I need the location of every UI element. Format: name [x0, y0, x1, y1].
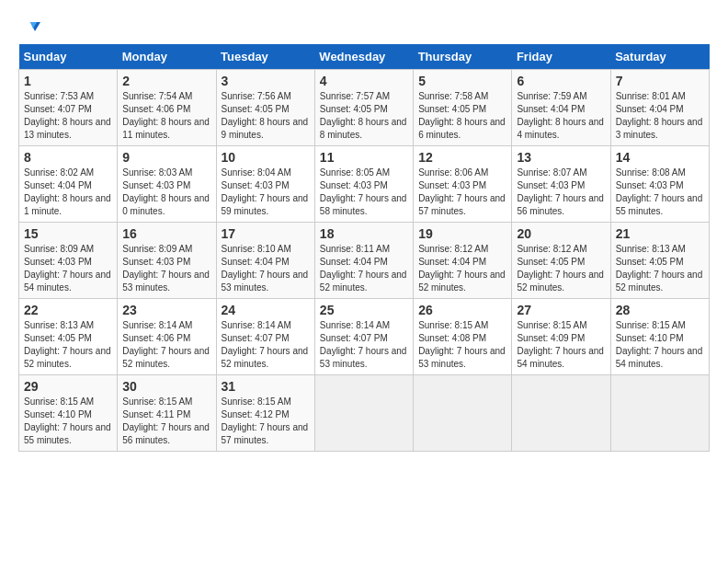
- day-number: 20: [517, 226, 605, 241]
- day-info: Sunrise: 8:05 AMSunset: 4:03 PMDaylight:…: [320, 167, 407, 216]
- weekday-header-friday: Friday: [512, 44, 610, 70]
- weekday-header-tuesday: Tuesday: [216, 44, 314, 70]
- day-info: Sunrise: 8:09 AMSunset: 4:03 PMDaylight:…: [24, 244, 111, 293]
- day-number: 21: [616, 226, 704, 241]
- calendar-cell: 28 Sunrise: 8:15 AMSunset: 4:10 PMDaylig…: [610, 299, 709, 375]
- day-info: Sunrise: 8:04 AMSunset: 4:03 PMDaylight:…: [222, 167, 309, 216]
- weekday-header-thursday: Thursday: [414, 44, 512, 70]
- calendar-week-row: 8 Sunrise: 8:02 AMSunset: 4:04 PMDayligh…: [19, 146, 710, 223]
- calendar-cell: 26 Sunrise: 8:15 AMSunset: 4:08 PMDaylig…: [414, 299, 512, 375]
- calendar-cell: 10 Sunrise: 8:04 AMSunset: 4:03 PMDaylig…: [216, 146, 314, 223]
- calendar-cell: [610, 375, 709, 452]
- day-number: 19: [418, 226, 506, 241]
- day-info: Sunrise: 8:10 AMSunset: 4:04 PMDaylight:…: [222, 244, 309, 293]
- calendar-cell: 23 Sunrise: 8:14 AMSunset: 4:06 PMDaylig…: [118, 299, 216, 375]
- day-number: 27: [517, 303, 605, 317]
- day-info: Sunrise: 8:07 AMSunset: 4:03 PMDaylight:…: [517, 167, 604, 216]
- calendar-cell: 5 Sunrise: 7:58 AMSunset: 4:05 PMDayligh…: [414, 70, 512, 146]
- day-info: Sunrise: 7:57 AMSunset: 4:05 PMDaylight:…: [320, 91, 407, 140]
- day-info: Sunrise: 8:12 AMSunset: 4:05 PMDaylight:…: [517, 244, 604, 293]
- day-info: Sunrise: 8:13 AMSunset: 4:05 PMDaylight:…: [24, 320, 111, 369]
- day-number: 17: [222, 226, 310, 241]
- weekday-header-monday: Monday: [118, 44, 216, 70]
- day-number: 14: [616, 150, 704, 165]
- calendar-cell: 14 Sunrise: 8:08 AMSunset: 4:03 PMDaylig…: [610, 146, 709, 223]
- calendar-cell: 13 Sunrise: 8:07 AMSunset: 4:03 PMDaylig…: [512, 146, 610, 223]
- day-number: 13: [517, 150, 605, 165]
- day-info: Sunrise: 8:14 AMSunset: 4:06 PMDaylight:…: [122, 320, 210, 369]
- day-info: Sunrise: 8:03 AMSunset: 4:03 PMDaylight:…: [122, 167, 210, 216]
- day-number: 16: [122, 226, 210, 241]
- calendar-cell: 4 Sunrise: 7:57 AMSunset: 4:05 PMDayligh…: [314, 70, 413, 146]
- page-header: [18, 18, 710, 35]
- day-number: 1: [24, 74, 112, 88]
- calendar-cell: [414, 375, 512, 452]
- logo: [18, 18, 40, 35]
- calendar-cell: 12 Sunrise: 8:06 AMSunset: 4:03 PMDaylig…: [414, 146, 512, 223]
- calendar-cell: 21 Sunrise: 8:13 AMSunset: 4:05 PMDaylig…: [610, 223, 709, 299]
- day-info: Sunrise: 8:13 AMSunset: 4:05 PMDaylight:…: [616, 244, 703, 293]
- calendar-week-row: 15 Sunrise: 8:09 AMSunset: 4:03 PMDaylig…: [19, 223, 710, 299]
- weekday-header-wednesday: Wednesday: [314, 44, 413, 70]
- calendar-cell: 15 Sunrise: 8:09 AMSunset: 4:03 PMDaylig…: [19, 223, 118, 299]
- day-info: Sunrise: 8:09 AMSunset: 4:03 PMDaylight:…: [122, 244, 210, 293]
- calendar-cell: [512, 375, 610, 452]
- day-number: 8: [24, 150, 112, 165]
- day-number: 2: [122, 74, 210, 88]
- calendar-cell: 9 Sunrise: 8:03 AMSunset: 4:03 PMDayligh…: [118, 146, 216, 223]
- calendar-week-row: 22 Sunrise: 8:13 AMSunset: 4:05 PMDaylig…: [19, 299, 710, 375]
- day-info: Sunrise: 8:14 AMSunset: 4:07 PMDaylight:…: [320, 320, 407, 369]
- calendar-table: SundayMondayTuesdayWednesdayThursdayFrid…: [18, 44, 710, 452]
- calendar-cell: 1 Sunrise: 7:53 AMSunset: 4:07 PMDayligh…: [19, 70, 118, 146]
- day-number: 26: [418, 303, 506, 317]
- weekday-header-sunday: Sunday: [19, 44, 118, 70]
- calendar-cell: 31 Sunrise: 8:15 AMSunset: 4:12 PMDaylig…: [216, 375, 314, 452]
- calendar-cell: 2 Sunrise: 7:54 AMSunset: 4:06 PMDayligh…: [118, 70, 216, 146]
- calendar-cell: 22 Sunrise: 8:13 AMSunset: 4:05 PMDaylig…: [19, 299, 118, 375]
- calendar-week-row: 1 Sunrise: 7:53 AMSunset: 4:07 PMDayligh…: [19, 70, 710, 146]
- day-info: Sunrise: 7:54 AMSunset: 4:06 PMDaylight:…: [122, 91, 210, 140]
- day-number: 12: [418, 150, 506, 165]
- day-info: Sunrise: 8:15 AMSunset: 4:10 PMDaylight:…: [24, 396, 111, 445]
- day-number: 3: [222, 74, 310, 88]
- calendar-cell: 19 Sunrise: 8:12 AMSunset: 4:04 PMDaylig…: [414, 223, 512, 299]
- day-number: 4: [320, 74, 408, 88]
- logo-bird-icon: [20, 18, 40, 39]
- day-number: 15: [24, 226, 112, 241]
- day-number: 5: [418, 74, 506, 88]
- weekday-header-row: SundayMondayTuesdayWednesdayThursdayFrid…: [19, 44, 710, 70]
- day-info: Sunrise: 8:02 AMSunset: 4:04 PMDaylight:…: [24, 167, 111, 216]
- day-number: 28: [616, 303, 704, 317]
- day-number: 18: [320, 226, 408, 241]
- calendar-cell: 16 Sunrise: 8:09 AMSunset: 4:03 PMDaylig…: [118, 223, 216, 299]
- calendar-cell: 11 Sunrise: 8:05 AMSunset: 4:03 PMDaylig…: [314, 146, 413, 223]
- day-number: 29: [24, 379, 112, 394]
- calendar-week-row: 29 Sunrise: 8:15 AMSunset: 4:10 PMDaylig…: [19, 375, 710, 452]
- calendar-cell: 18 Sunrise: 8:11 AMSunset: 4:04 PMDaylig…: [314, 223, 413, 299]
- day-number: 6: [517, 74, 605, 88]
- calendar-cell: 8 Sunrise: 8:02 AMSunset: 4:04 PMDayligh…: [19, 146, 118, 223]
- day-info: Sunrise: 8:06 AMSunset: 4:03 PMDaylight:…: [418, 167, 506, 216]
- calendar-cell: 24 Sunrise: 8:14 AMSunset: 4:07 PMDaylig…: [216, 299, 314, 375]
- day-number: 31: [222, 379, 310, 394]
- day-info: Sunrise: 8:15 AMSunset: 4:12 PMDaylight:…: [222, 396, 309, 445]
- calendar-cell: 7 Sunrise: 8:01 AMSunset: 4:04 PMDayligh…: [610, 70, 709, 146]
- day-number: 11: [320, 150, 408, 165]
- calendar-cell: 30 Sunrise: 8:15 AMSunset: 4:11 PMDaylig…: [118, 375, 216, 452]
- day-info: Sunrise: 7:58 AMSunset: 4:05 PMDaylight:…: [418, 91, 506, 140]
- day-number: 9: [122, 150, 210, 165]
- day-info: Sunrise: 8:15 AMSunset: 4:08 PMDaylight:…: [418, 320, 506, 369]
- day-info: Sunrise: 8:15 AMSunset: 4:09 PMDaylight:…: [517, 320, 604, 369]
- day-number: 23: [122, 303, 210, 317]
- calendar-cell: 3 Sunrise: 7:56 AMSunset: 4:05 PMDayligh…: [216, 70, 314, 146]
- calendar-cell: 17 Sunrise: 8:10 AMSunset: 4:04 PMDaylig…: [216, 223, 314, 299]
- day-info: Sunrise: 8:14 AMSunset: 4:07 PMDaylight:…: [222, 320, 309, 369]
- day-info: Sunrise: 8:08 AMSunset: 4:03 PMDaylight:…: [616, 167, 703, 216]
- calendar-cell: 29 Sunrise: 8:15 AMSunset: 4:10 PMDaylig…: [19, 375, 118, 452]
- day-number: 24: [222, 303, 310, 317]
- day-number: 25: [320, 303, 408, 317]
- calendar-cell: [314, 375, 413, 452]
- day-info: Sunrise: 8:15 AMSunset: 4:10 PMDaylight:…: [616, 320, 703, 369]
- day-info: Sunrise: 7:56 AMSunset: 4:05 PMDaylight:…: [222, 91, 309, 140]
- day-info: Sunrise: 7:53 AMSunset: 4:07 PMDaylight:…: [24, 91, 111, 140]
